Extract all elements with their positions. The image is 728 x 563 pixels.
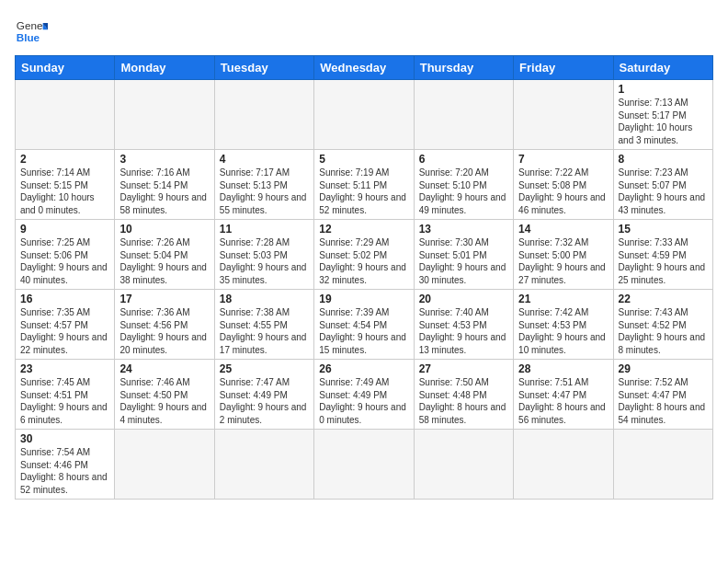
calendar-cell (414, 430, 513, 500)
calendar-week-row: 23Sunrise: 7:45 AM Sunset: 4:51 PM Dayli… (16, 360, 713, 430)
day-number: 13 (419, 223, 508, 236)
day-info: Sunrise: 7:29 AM Sunset: 5:02 PM Dayligh… (319, 236, 408, 286)
day-info: Sunrise: 7:30 AM Sunset: 5:01 PM Dayligh… (419, 236, 508, 286)
calendar-cell: 13Sunrise: 7:30 AM Sunset: 5:01 PM Dayli… (414, 220, 513, 290)
day-info: Sunrise: 7:26 AM Sunset: 5:04 PM Dayligh… (119, 236, 209, 286)
day-number: 4 (220, 153, 309, 166)
day-number: 18 (220, 293, 309, 305)
logo-area: General Blue (15, 15, 48, 48)
day-info: Sunrise: 7:32 AM Sunset: 5:00 PM Dayligh… (518, 236, 608, 286)
calendar-cell: 26Sunrise: 7:49 AM Sunset: 4:49 PM Dayli… (314, 360, 414, 430)
day-info: Sunrise: 7:35 AM Sunset: 4:57 PM Dayligh… (20, 306, 109, 356)
day-number: 27 (419, 362, 508, 375)
day-info: Sunrise: 7:52 AM Sunset: 4:47 PM Dayligh… (619, 376, 708, 426)
day-number: 24 (119, 362, 209, 375)
day-number: 28 (518, 362, 608, 375)
day-info: Sunrise: 7:19 AM Sunset: 5:11 PM Dayligh… (319, 167, 408, 216)
day-info: Sunrise: 7:46 AM Sunset: 4:50 PM Dayligh… (119, 376, 209, 426)
calendar-cell: 20Sunrise: 7:40 AM Sunset: 4:53 PM Dayli… (414, 290, 513, 360)
day-number: 7 (518, 153, 608, 166)
calendar-cell: 7Sunrise: 7:22 AM Sunset: 5:08 PM Daylig… (514, 150, 613, 220)
calendar-cell: 8Sunrise: 7:23 AM Sunset: 5:07 PM Daylig… (613, 150, 712, 220)
day-number: 9 (20, 223, 109, 236)
calendar-cell: 17Sunrise: 7:36 AM Sunset: 4:56 PM Dayli… (115, 290, 214, 360)
day-info: Sunrise: 7:22 AM Sunset: 5:08 PM Dayligh… (518, 167, 608, 216)
day-number: 29 (619, 362, 708, 375)
calendar-cell: 30Sunrise: 7:54 AM Sunset: 4:46 PM Dayli… (16, 430, 115, 500)
day-number: 16 (20, 293, 109, 305)
calendar-cell: 18Sunrise: 7:38 AM Sunset: 4:55 PM Dayli… (214, 290, 313, 360)
calendar-cell (314, 80, 414, 150)
calendar-cell (16, 80, 115, 150)
weekday-header-saturday: Saturday (613, 56, 712, 80)
calendar-cell: 16Sunrise: 7:35 AM Sunset: 4:57 PM Dayli… (16, 290, 115, 360)
day-info: Sunrise: 7:23 AM Sunset: 5:07 PM Dayligh… (619, 167, 708, 216)
day-number: 22 (619, 293, 708, 305)
day-info: Sunrise: 7:51 AM Sunset: 4:47 PM Dayligh… (518, 376, 608, 426)
day-info: Sunrise: 7:36 AM Sunset: 4:56 PM Dayligh… (119, 306, 209, 356)
calendar-cell: 15Sunrise: 7:33 AM Sunset: 4:59 PM Dayli… (613, 220, 712, 290)
day-info: Sunrise: 7:28 AM Sunset: 5:03 PM Dayligh… (220, 236, 309, 286)
calendar-cell (414, 80, 513, 150)
day-number: 1 (619, 83, 708, 96)
calendar-cell: 28Sunrise: 7:51 AM Sunset: 4:47 PM Dayli… (514, 360, 613, 430)
svg-text:Blue: Blue (17, 31, 40, 43)
calendar-cell (514, 80, 613, 150)
calendar-cell: 22Sunrise: 7:43 AM Sunset: 4:52 PM Dayli… (613, 290, 712, 360)
calendar-cell (514, 430, 613, 500)
calendar-cell: 4Sunrise: 7:17 AM Sunset: 5:13 PM Daylig… (214, 150, 313, 220)
weekday-header-tuesday: Tuesday (214, 56, 313, 80)
day-info: Sunrise: 7:43 AM Sunset: 4:52 PM Dayligh… (619, 306, 708, 356)
day-info: Sunrise: 7:54 AM Sunset: 4:46 PM Dayligh… (20, 446, 109, 496)
calendar-cell: 1Sunrise: 7:13 AM Sunset: 5:17 PM Daylig… (613, 80, 712, 150)
calendar-table: SundayMondayTuesdayWednesdayThursdayFrid… (15, 55, 713, 500)
weekday-header-friday: Friday (514, 56, 613, 80)
day-number: 5 (319, 153, 408, 166)
day-info: Sunrise: 7:33 AM Sunset: 4:59 PM Dayligh… (619, 236, 708, 286)
day-number: 15 (619, 223, 708, 236)
day-number: 20 (419, 293, 508, 305)
calendar-cell: 23Sunrise: 7:45 AM Sunset: 4:51 PM Dayli… (16, 360, 115, 430)
calendar-cell: 24Sunrise: 7:46 AM Sunset: 4:50 PM Dayli… (115, 360, 214, 430)
day-number: 19 (319, 293, 408, 305)
day-info: Sunrise: 7:17 AM Sunset: 5:13 PM Dayligh… (220, 167, 309, 216)
calendar-week-row: 2Sunrise: 7:14 AM Sunset: 5:15 PM Daylig… (16, 150, 713, 220)
day-number: 10 (119, 223, 209, 236)
day-info: Sunrise: 7:47 AM Sunset: 4:49 PM Dayligh… (220, 376, 309, 426)
calendar-cell: 10Sunrise: 7:26 AM Sunset: 5:04 PM Dayli… (115, 220, 214, 290)
calendar-week-row: 16Sunrise: 7:35 AM Sunset: 4:57 PM Dayli… (16, 290, 713, 360)
day-info: Sunrise: 7:42 AM Sunset: 4:53 PM Dayligh… (518, 306, 608, 356)
calendar-week-row: 30Sunrise: 7:54 AM Sunset: 4:46 PM Dayli… (16, 430, 713, 500)
day-number: 30 (20, 432, 109, 445)
calendar-week-row: 9Sunrise: 7:25 AM Sunset: 5:06 PM Daylig… (16, 220, 713, 290)
calendar-cell: 11Sunrise: 7:28 AM Sunset: 5:03 PM Dayli… (214, 220, 313, 290)
day-info: Sunrise: 7:13 AM Sunset: 5:17 PM Dayligh… (619, 97, 708, 146)
day-number: 14 (518, 223, 608, 236)
day-info: Sunrise: 7:38 AM Sunset: 4:55 PM Dayligh… (220, 306, 309, 356)
day-info: Sunrise: 7:49 AM Sunset: 4:49 PM Dayligh… (319, 376, 408, 426)
weekday-header-monday: Monday (115, 56, 214, 80)
calendar-cell: 5Sunrise: 7:19 AM Sunset: 5:11 PM Daylig… (314, 150, 414, 220)
day-number: 3 (119, 153, 209, 166)
day-info: Sunrise: 7:16 AM Sunset: 5:14 PM Dayligh… (119, 167, 209, 216)
day-info: Sunrise: 7:40 AM Sunset: 4:53 PM Dayligh… (419, 306, 508, 356)
weekday-header-thursday: Thursday (414, 56, 513, 80)
day-number: 2 (20, 153, 109, 166)
calendar-cell (314, 430, 414, 500)
day-info: Sunrise: 7:14 AM Sunset: 5:15 PM Dayligh… (20, 167, 109, 216)
day-number: 23 (20, 362, 109, 375)
header-area: General Blue (15, 15, 713, 48)
weekday-header-row: SundayMondayTuesdayWednesdayThursdayFrid… (16, 56, 713, 80)
day-number: 6 (419, 153, 508, 166)
day-info: Sunrise: 7:25 AM Sunset: 5:06 PM Dayligh… (20, 236, 109, 286)
calendar-cell: 21Sunrise: 7:42 AM Sunset: 4:53 PM Dayli… (514, 290, 613, 360)
day-info: Sunrise: 7:20 AM Sunset: 5:10 PM Dayligh… (419, 167, 508, 216)
calendar-cell: 19Sunrise: 7:39 AM Sunset: 4:54 PM Dayli… (314, 290, 414, 360)
calendar-cell: 12Sunrise: 7:29 AM Sunset: 5:02 PM Dayli… (314, 220, 414, 290)
calendar-cell: 3Sunrise: 7:16 AM Sunset: 5:14 PM Daylig… (115, 150, 214, 220)
calendar-cell (115, 430, 214, 500)
calendar-cell (613, 430, 712, 500)
day-number: 17 (119, 293, 209, 305)
calendar-cell: 9Sunrise: 7:25 AM Sunset: 5:06 PM Daylig… (16, 220, 115, 290)
calendar-cell: 14Sunrise: 7:32 AM Sunset: 5:00 PM Dayli… (514, 220, 613, 290)
